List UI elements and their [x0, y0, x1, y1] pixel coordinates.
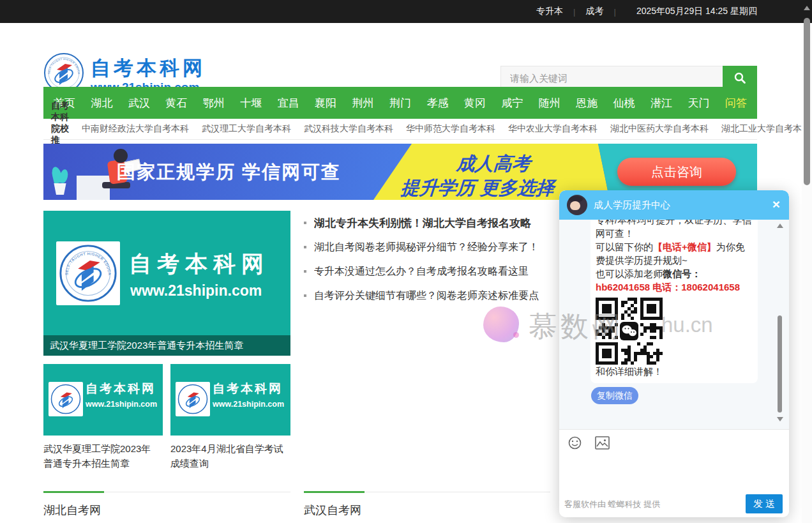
brand-badge-icon: SELF-TAUGHT HIGHER EDUCATION EXAMINATION… [59, 244, 117, 303]
chat-wechat-phone: hb62041658 电话：18062041658 [596, 280, 753, 294]
article-list-item[interactable]: 湖北自考阅卷老师揭秘评分细节？经验分享来了！ [304, 235, 550, 259]
page-scrollbar[interactable] [802, 0, 812, 523]
brand-badge-icon [50, 384, 81, 414]
chat-message-line: 和你详细讲解！ [596, 365, 753, 378]
emoji-icon[interactable] [568, 436, 582, 450]
send-button[interactable]: 发 送 [746, 494, 783, 513]
nav-item[interactable]: 襄阳 [315, 96, 336, 110]
copy-wechat-button[interactable]: 复制微信 [591, 387, 638, 404]
section-divider-accent [43, 491, 104, 493]
article-card[interactable]: 自考本科网 www.21shipin.com 武汉华夏理工学院2023年普通专升… [43, 364, 163, 471]
brand-badge: SELF-TAUGHT HIGHER EDUCATION EXAMINATION… [56, 241, 120, 305]
nav-item[interactable]: 荆门 [389, 96, 411, 110]
featured-brand-text: 自考本科网 [129, 249, 269, 279]
card-brand-url: www.21shipin.com [213, 400, 284, 409]
section-divider-accent [304, 491, 365, 493]
featured-brand-url: www.21shipin.com [130, 282, 262, 299]
close-icon[interactable]: × [772, 197, 780, 211]
qr-code [596, 298, 663, 365]
chat-input-area[interactable]: 客服软件由 螳螂科技 提供 发 送 [559, 429, 789, 517]
main-nav: 首页 湖北 武汉 黄石 鄂州 十堰 宜昌 襄阳 荆州 荆门 孝感 黄冈 咸宁 随… [43, 87, 757, 119]
chat-widget: 专科/本科均可提升，双证学历、学信网可查！ 可以留下你的【电话+微信】为你免费提… [559, 190, 789, 517]
banner-mid-line2: 提升学历 更多选择 [375, 176, 581, 200]
agent-avatar [567, 195, 587, 215]
nav-item[interactable]: 黄石 [165, 96, 187, 110]
nav-item[interactable]: 仙桃 [613, 96, 635, 110]
article-title: 湖北专升本失利别慌！湖北大学自考报名攻略 [314, 216, 531, 231]
recommend-link[interactable]: 武汉理工大学自考本科 [202, 123, 291, 135]
card-caption: 武汉华夏理工学院2023年普通专升本招生简章 [43, 441, 160, 471]
nav-item[interactable]: 鄂州 [203, 96, 225, 110]
topbar: 专升本 | 成考 | 2025年05月29日 14:25 星期四 [0, 0, 812, 23]
site-header: SELF-TAUGHT HIGHER EDUCATION EXAMINATION… [0, 23, 802, 87]
brand-badge [49, 382, 83, 416]
chat-provider-note: 客服软件由 螳螂科技 提供 [564, 499, 660, 510]
article-list-item[interactable]: 湖北专升本失利别慌！湖北大学自考报名攻略 [304, 211, 550, 235]
image-upload-icon[interactable] [595, 436, 610, 450]
article-list: 湖北专升本失利别慌！湖北大学自考报名攻略 湖北自考阅卷老师揭秘评分细节？经验分享… [304, 211, 550, 308]
featured-caption: 武汉华夏理工学院2023年普通专升本招生简章 [43, 335, 290, 356]
featured-article-card[interactable]: SELF-TAUGHT HIGHER EDUCATION EXAMINATION… [43, 211, 290, 356]
banner-left-title: 国家正规学历 学信网可查 [117, 144, 341, 200]
recommend-link[interactable]: 华中农业大学自考本科 [508, 123, 598, 135]
nav-item[interactable]: 荆州 [352, 96, 374, 110]
nav-item[interactable]: 十堰 [240, 96, 262, 110]
topbar-link-chengkao[interactable]: 成考 [586, 6, 604, 17]
nav-item[interactable]: 宜昌 [278, 96, 299, 110]
article-list-item[interactable]: 自考评分关键细节有哪些？阅卷老师亲述标准要点 [304, 284, 550, 308]
card-brand-text: 自考本科网 [213, 381, 283, 397]
nav-item[interactable]: 潜江 [650, 96, 672, 110]
page-scrollbar-thumb[interactable] [804, 18, 810, 185]
nav-item[interactable]: 湖北 [91, 96, 112, 110]
article-card[interactable]: 自考本科网 www.21shipin.com 2023年4月湖北省自学考试成绩查… [170, 364, 290, 471]
bullet-icon [304, 270, 306, 273]
nav-item[interactable]: 武汉 [128, 96, 150, 110]
chat-message-bubble: 专科/本科均可提升，双证学历、学信网可查！ 可以留下你的【电话+微信】为你免费提… [590, 208, 758, 383]
recommend-link[interactable]: 武汉科技大学自考本科 [304, 123, 393, 135]
topbar-link-zhuanshengben[interactable]: 专升本 [536, 6, 563, 17]
article-title: 自考评分关键细节有哪些？阅卷老师亲述标准要点 [314, 289, 539, 303]
chat-scrollbar-thumb[interactable] [778, 315, 782, 413]
banner-mid-line1: 成人高考 [391, 151, 597, 177]
scroll-down-icon[interactable] [777, 417, 783, 421]
brand-badge [176, 382, 210, 416]
brand-badge-icon [177, 384, 208, 414]
watermark-logo-icon [483, 307, 519, 342]
card-brand-text: 自考本科网 [86, 381, 156, 397]
chat-message-line: 也可以添加老师微信号： [596, 267, 753, 280]
nav-item[interactable]: 随州 [539, 96, 560, 110]
nav-item[interactable]: 恩施 [576, 96, 598, 110]
recommend-link[interactable]: 华中师范大学自考本科 [406, 123, 495, 135]
nav-item[interactable]: 咸宁 [501, 96, 523, 110]
nav-item[interactable]: 孝感 [426, 96, 448, 110]
chat-header: 成人学历提升中心 × [559, 190, 789, 220]
card-caption: 2023年4月湖北省自学考试成绩查询 [170, 441, 287, 471]
recommend-link[interactable]: 湖北工业大学自考本科 [721, 123, 811, 135]
scroll-up-icon[interactable] [804, 6, 810, 10]
divider: | [614, 7, 616, 17]
watermark-logo-dot [513, 332, 519, 338]
bullet-icon [304, 222, 306, 224]
bullet-icon [304, 294, 306, 297]
nav-item-qa[interactable]: 问答 [725, 96, 747, 110]
section-title-wuhan: 武汉自考网 [304, 503, 361, 518]
nav-item[interactable]: 天门 [688, 96, 709, 110]
bullet-icon [304, 246, 306, 248]
featured-image: SELF-TAUGHT HIGHER EDUCATION EXAMINATION… [43, 211, 290, 356]
topbar-datetime: 2025年05月29日 14:25 星期四 [636, 6, 757, 17]
article-title: 湖北自考阅卷老师揭秘评分细节？经验分享来了！ [314, 241, 539, 254]
recommend-link[interactable]: 中南财经政法大学自考本科 [82, 123, 189, 135]
card-brand-url: www.21shipin.com [86, 400, 157, 409]
section-title-hubei: 湖北自考网 [43, 503, 101, 518]
article-list-item[interactable]: 专升本没通过怎么办？自考成考报名攻略看这里 [304, 259, 550, 284]
scroll-up-icon[interactable] [777, 224, 783, 228]
school-recommend-bar: 自考本科院校推荐： 中南财经政法大学自考本科 武汉理工大学自考本科 武汉科技大学… [43, 119, 757, 140]
search-icon [733, 72, 746, 84]
nav-item[interactable]: 黄冈 [464, 96, 486, 110]
chat-title: 成人学历提升中心 [594, 199, 670, 211]
chat-message-line: 可以留下你的【电话+微信】为你免费提供学历提升规划~ [596, 240, 753, 267]
site-name: 自考本科网 [91, 55, 206, 82]
consult-button[interactable]: 点击咨询 [617, 158, 736, 186]
recommend-link[interactable]: 湖北中医药大学自考本科 [610, 123, 709, 135]
divider: | [573, 7, 575, 17]
